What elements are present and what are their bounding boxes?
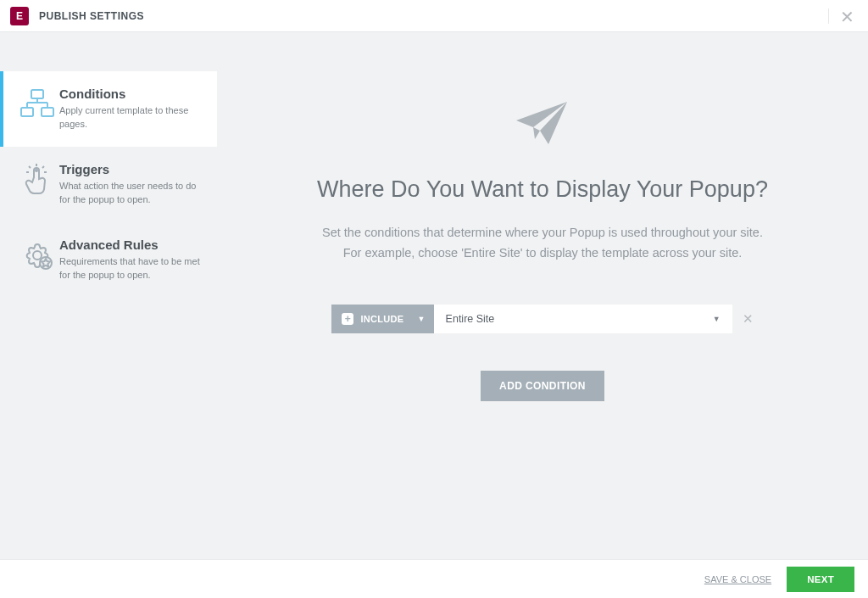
close-button[interactable]: ✕ <box>835 7 860 27</box>
save-and-close-link[interactable]: SAVE & CLOSE <box>704 574 771 584</box>
condition-row: + INCLUDE ▼ Entire Site ▼ ✕ <box>331 305 753 333</box>
main-heading: Where Do You Want to Display Your Popup? <box>317 176 768 203</box>
condition-target-dropdown[interactable]: Entire Site ▼ <box>434 305 732 333</box>
svg-rect-1 <box>21 108 33 116</box>
dialog-footer: SAVE & CLOSE NEXT <box>0 559 868 598</box>
elementor-logo: E <box>10 7 29 25</box>
sidebar-item-desc: What action the user needs to do for the… <box>59 180 203 207</box>
dialog-title: PUBLISH SETTINGS <box>39 10 144 22</box>
svg-line-9 <box>29 166 31 168</box>
close-icon: ✕ <box>743 311 754 326</box>
plus-icon: + <box>342 313 353 325</box>
sidebar-item-triggers[interactable]: Triggers What action the user needs to d… <box>0 147 217 222</box>
paper-plane-icon <box>515 100 570 151</box>
sidebar-item-text: Advanced Rules Requirements that have to… <box>59 238 203 282</box>
svg-line-10 <box>42 166 44 168</box>
caret-down-icon: ▼ <box>417 315 425 323</box>
condition-target-label: Entire Site <box>446 313 495 325</box>
triggers-icon <box>15 162 59 207</box>
include-mode-dropdown[interactable]: + INCLUDE ▼ <box>331 305 433 333</box>
sidebar-item-title: Advanced Rules <box>59 238 203 252</box>
dialog-body: Conditions Apply current template to the… <box>0 32 868 559</box>
advanced-rules-icon <box>15 238 59 282</box>
svg-point-7 <box>35 169 38 172</box>
conditions-icon <box>15 87 59 131</box>
main-subtitle-line1: Set the conditions that determine where … <box>322 223 763 243</box>
main-panel: Where Do You Want to Display Your Popup?… <box>217 32 868 559</box>
next-button[interactable]: NEXT <box>787 567 854 592</box>
caret-down-icon: ▼ <box>713 315 721 323</box>
sidebar-item-advanced-rules[interactable]: Advanced Rules Requirements that have to… <box>0 222 217 298</box>
include-mode-label: INCLUDE <box>360 314 403 324</box>
svg-rect-0 <box>31 90 43 98</box>
sidebar-item-title: Conditions <box>59 87 203 101</box>
dialog-header: E PUBLISH SETTINGS ✕ <box>0 0 868 32</box>
logo-letter: E <box>16 10 23 22</box>
main-subtitle: Set the conditions that determine where … <box>322 223 763 264</box>
svg-rect-2 <box>42 108 53 116</box>
sidebar-item-desc: Apply current template to these pages. <box>59 104 203 131</box>
sidebar-item-conditions[interactable]: Conditions Apply current template to the… <box>0 71 217 147</box>
sidebar-item-desc: Requirements that have to be met for the… <box>59 255 203 282</box>
close-icon: ✕ <box>840 8 854 26</box>
sidebar: Conditions Apply current template to the… <box>0 32 217 559</box>
main-subtitle-line2: For example, choose 'Entire Site' to dis… <box>322 243 763 264</box>
svg-point-13 <box>33 251 42 260</box>
sidebar-item-text: Triggers What action the user needs to d… <box>59 162 203 207</box>
sidebar-item-text: Conditions Apply current template to the… <box>59 87 203 131</box>
remove-condition-button[interactable]: ✕ <box>743 311 754 327</box>
add-condition-button[interactable]: ADD CONDITION <box>481 371 604 401</box>
sidebar-item-title: Triggers <box>59 162 203 176</box>
